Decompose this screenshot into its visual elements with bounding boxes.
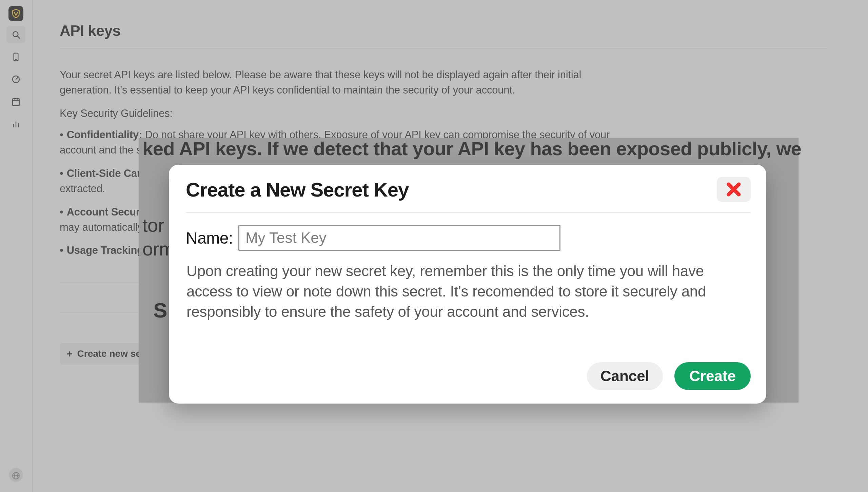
create-key-modal: Create a New Secret Key Name: Upon creat… (169, 165, 766, 404)
name-input[interactable] (238, 225, 560, 251)
modal-description: Upon creating your new secret key, remem… (186, 261, 750, 322)
create-button[interactable]: Create (674, 362, 751, 390)
close-icon (725, 181, 743, 198)
modal-title: Create a New Secret Key (186, 178, 409, 201)
cancel-button[interactable]: Cancel (587, 362, 663, 390)
modal-actions: Cancel Create (186, 362, 751, 390)
name-label: Name: (186, 229, 233, 247)
modal-close-button[interactable] (717, 177, 751, 202)
name-field-row: Name: (186, 225, 751, 251)
